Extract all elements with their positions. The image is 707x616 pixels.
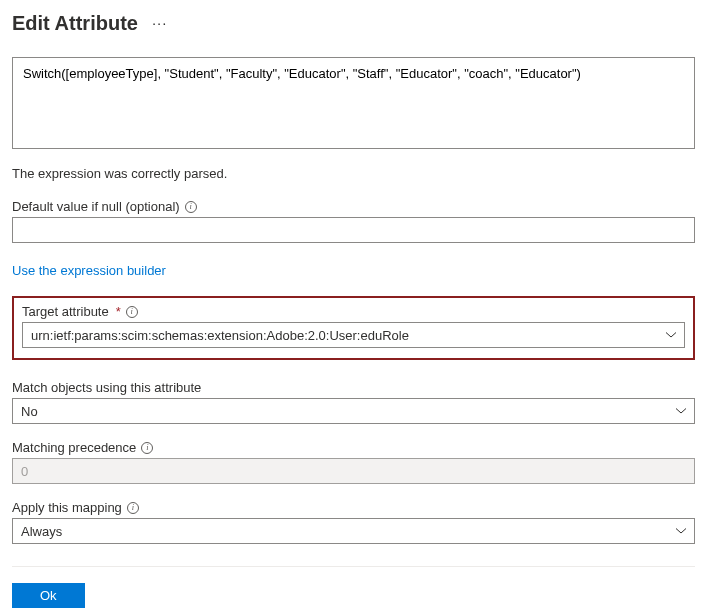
apply-mapping-value: Always <box>21 524 62 539</box>
required-indicator: * <box>116 304 121 319</box>
match-objects-label: Match objects using this attribute <box>12 380 201 395</box>
page-title: Edit Attribute <box>12 12 138 35</box>
apply-mapping-select[interactable]: Always <box>12 518 695 544</box>
target-attribute-label: Target attribute <box>22 304 109 319</box>
matching-precedence-label: Matching precedence <box>12 440 136 455</box>
target-attribute-highlight: Target attribute * i urn:ietf:params:sci… <box>12 296 695 360</box>
expression-builder-link[interactable]: Use the expression builder <box>12 263 166 278</box>
apply-mapping-label: Apply this mapping <box>12 500 122 515</box>
ok-button[interactable]: Ok <box>12 583 85 608</box>
expression-input[interactable] <box>12 57 695 149</box>
info-icon[interactable]: i <box>141 442 153 454</box>
match-objects-select[interactable]: No <box>12 398 695 424</box>
default-value-input[interactable] <box>12 217 695 243</box>
target-attribute-select[interactable]: urn:ietf:params:scim:schemas:extension:A… <box>22 322 685 348</box>
info-icon[interactable]: i <box>126 306 138 318</box>
parse-status-text: The expression was correctly parsed. <box>12 166 695 181</box>
target-attribute-value: urn:ietf:params:scim:schemas:extension:A… <box>31 328 409 343</box>
info-icon[interactable]: i <box>127 502 139 514</box>
matching-precedence-input <box>12 458 695 484</box>
info-icon[interactable]: i <box>185 201 197 213</box>
more-actions-icon[interactable]: ··· <box>152 14 168 33</box>
divider <box>12 566 695 567</box>
match-objects-value: No <box>21 404 38 419</box>
default-value-label: Default value if null (optional) <box>12 199 180 214</box>
